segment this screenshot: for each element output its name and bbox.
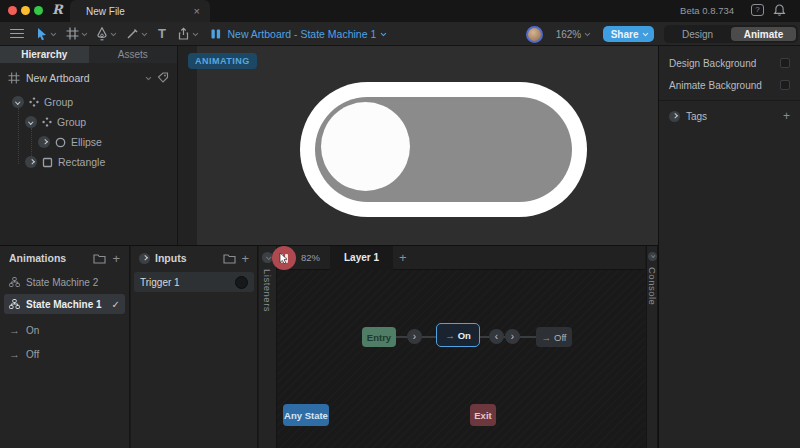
toggle-switch-knob-shape[interactable] [321,102,410,191]
listeners-label: Listeners [262,269,273,312]
animation-item-state-machine-1[interactable]: State Machine 1 ✓ [4,294,125,314]
state-node-on[interactable]: → On [436,323,480,347]
tab-design[interactable]: Design [664,29,731,40]
artboard-name: New Artboard [26,72,146,84]
state-label: Any State [284,410,328,421]
share-button[interactable]: Share [603,26,654,42]
tree-item-group-1[interactable]: Group [12,92,73,112]
animation-item-off[interactable]: → Off [4,344,125,364]
add-input-button[interactable]: + [241,251,249,266]
fire-trigger-button[interactable] [235,276,248,289]
expand-caret-icon[interactable] [12,96,24,108]
text-tool-button[interactable]: T [158,26,166,41]
animation-item-state-machine-2[interactable]: State Machine 2 [4,272,125,292]
zoom-level-value: 162% [556,29,582,40]
file-tab[interactable]: New File × [70,0,210,22]
canvas[interactable]: ANIMATING [178,46,658,245]
tags-caret-icon[interactable] [669,111,680,122]
tree-item-ellipse[interactable]: Ellipse [38,132,102,152]
collapse-caret-icon[interactable] [38,136,50,148]
feedback-icon[interactable]: ? [751,4,764,16]
add-tag-button[interactable]: + [783,109,790,123]
animation-item-label: Off [26,349,39,360]
add-animation-button[interactable]: + [112,251,120,266]
animation-item-on[interactable]: → On [4,320,125,340]
add-layer-button[interactable]: + [399,250,407,265]
state-machine-graph[interactable]: 82% Layer 1 + Entry › → On ‹ › → Off Any… [277,246,645,448]
pen-tool-button[interactable] [96,27,115,41]
rive-logo-icon: R [52,2,63,17]
menu-hamburger-icon[interactable] [10,29,24,39]
tab-layer-1[interactable]: Layer 1 [330,246,393,270]
input-label: Trigger 1 [140,277,180,288]
new-folder-icon[interactable] [93,253,106,264]
avatar[interactable] [526,26,543,43]
tags-label: Tags [686,111,707,122]
tab-animate[interactable]: Animate [731,27,796,41]
transition-forward-icon[interactable]: › [505,329,520,344]
state-label: Exit [474,410,491,421]
state-node-off[interactable]: → Off [536,327,572,347]
expand-caret-icon[interactable] [25,116,37,128]
zoom-level-dropdown[interactable]: 162% [556,29,589,40]
maximize-window-button[interactable] [34,6,43,15]
tree-item-group-2[interactable]: Group [25,112,86,132]
rectangle-icon [42,157,53,168]
artboard-crop-icon [8,72,20,84]
breadcrumb[interactable]: New Artboard - State Machine 1 [210,28,384,40]
close-window-button[interactable] [8,6,17,15]
record-button[interactable] [272,246,296,270]
transition-back-icon[interactable]: ‹ [489,329,504,344]
animation-item-label: On [26,325,39,336]
inputs-caret-icon[interactable] [139,253,150,264]
tab-hierarchy[interactable]: Hierarchy [0,46,89,63]
inspector-panel: Design Background Animate Background Tag… [658,46,800,448]
export-icon [177,27,190,41]
state-machine-icon [9,299,20,309]
tag-icon[interactable] [157,72,169,84]
tab-assets[interactable]: Assets [89,46,178,63]
select-tool-button[interactable] [35,27,55,41]
input-row-trigger-1[interactable]: Trigger 1 [134,272,254,292]
artboard-chevron-icon[interactable] [145,75,150,80]
tree-item-label: Rectangle [58,156,105,168]
breadcrumb-label: New Artboard - State Machine 1 [227,28,376,40]
new-folder-icon[interactable] [223,253,236,264]
design-background-swatch[interactable] [780,58,790,68]
collapse-caret-icon[interactable] [25,156,37,168]
transition-forward-icon[interactable]: › [407,329,422,344]
animation-item-label: State Machine 2 [26,277,98,288]
tags-section-header[interactable]: Tags + [659,105,800,127]
notifications-bell-icon[interactable] [773,3,786,17]
minimize-window-button[interactable] [21,6,30,15]
animate-background-row[interactable]: Animate Background [659,74,800,96]
one-shot-arrow-icon: → [9,348,20,360]
artboard-tool-button[interactable] [66,27,86,40]
export-tool-button[interactable] [177,27,197,41]
design-background-row[interactable]: Design Background [659,52,800,74]
animation-item-label: State Machine 1 [26,299,102,310]
graph-header: 82% Layer 1 + [277,246,645,270]
listeners-collapsed-panel[interactable]: Listeners [259,246,277,448]
tree-item-label: Group [57,116,86,128]
animations-header: Animations + [0,246,129,270]
animate-background-label: Animate Background [669,80,780,91]
design-background-label: Design Background [669,58,780,69]
state-node-entry[interactable]: Entry [362,327,396,347]
state-node-exit[interactable]: Exit [470,404,496,426]
tree-guide [18,108,19,164]
artboard-row[interactable]: New Artboard [0,66,177,90]
pen-icon [96,27,108,41]
select-cursor-icon [35,27,48,41]
state-node-any-state[interactable]: Any State [283,404,329,426]
close-tab-icon[interactable]: × [194,5,200,17]
animate-background-swatch[interactable] [780,80,790,90]
knife-tool-button[interactable] [126,27,146,40]
tree-item-rectangle[interactable]: Rectangle [25,152,105,172]
console-collapsed-panel[interactable]: Console [646,246,658,448]
console-caret-icon[interactable] [648,252,657,261]
hierarchy-panel: Hierarchy Assets New Artboard Group [0,46,178,245]
check-icon: ✓ [112,299,120,310]
share-label: Share [611,29,639,40]
inputs-panel: Inputs + Trigger 1 [131,246,258,448]
